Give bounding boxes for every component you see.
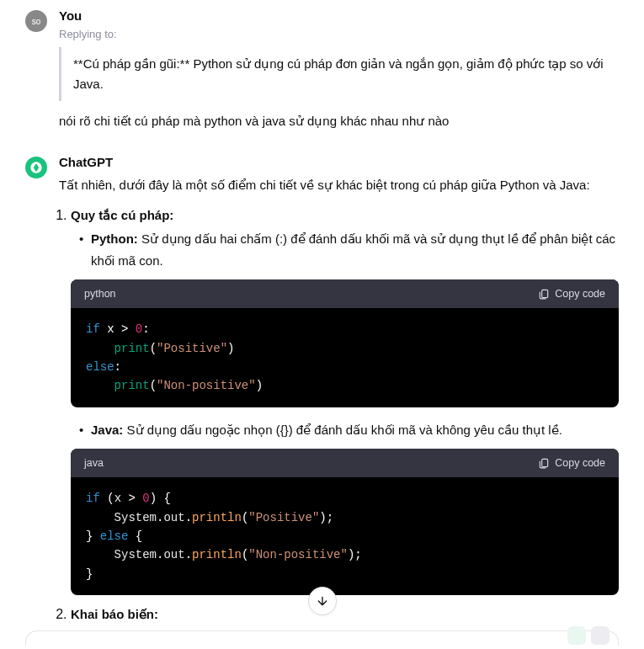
java-code[interactable]: if (x > 0) { System.out.println("Positiv… — [71, 477, 619, 595]
user-message: so You Replying to: **Cú pháp gần gũi:**… — [25, 8, 619, 131]
item1-java-bullet: Java: Sử dụng dấu ngoặc nhọn ({}) để đán… — [79, 419, 619, 441]
code-block-python: python Copy code if x > 0: print("Positi… — [71, 279, 619, 407]
code-block-java: java Copy code if (x > 0) { System.out.p… — [71, 449, 619, 595]
arrow-down-icon — [316, 594, 329, 608]
code-lang-label: java — [84, 457, 104, 469]
user-text: nói rõ chi tiết cú pháp mà python và jav… — [59, 111, 619, 131]
quoted-reply: **Cú pháp gần gũi:** Python sử dụng cú p… — [59, 47, 619, 101]
input-action-icon[interactable] — [567, 626, 586, 645]
numbered-list: Quy tắc cú pháp: Python: Sử dụng dấu hai… — [59, 208, 619, 649]
message-input[interactable] — [25, 630, 619, 646]
svg-rect-0 — [542, 290, 548, 298]
code-lang-label: python — [84, 288, 116, 300]
user-avatar: so — [25, 10, 47, 32]
assistant-avatar — [25, 157, 47, 178]
svg-rect-1 — [542, 460, 548, 467]
quoted-text: **Cú pháp gần gũi:** Python sử dụng cú p… — [73, 56, 604, 91]
item1-heading: Quy tắc cú pháp: — [71, 208, 173, 222]
python-label: Python: — [91, 231, 138, 246]
item2-heading: Khai báo biến: — [71, 607, 158, 621]
copy-label: Copy code — [555, 288, 605, 300]
python-desc: Sử dụng dấu hai chấm (:) để đánh dấu khố… — [91, 231, 615, 268]
clipboard-icon — [538, 457, 550, 469]
scroll-to-bottom-button[interactable] — [308, 587, 337, 615]
java-label: Java: — [91, 423, 123, 437]
avatar-initials: so — [32, 17, 41, 26]
copy-code-button[interactable]: Copy code — [538, 288, 605, 300]
send-button[interactable] — [591, 626, 609, 645]
assistant-intro: Tất nhiên, dưới đây là một số điểm chi t… — [59, 174, 619, 196]
java-desc: Sử dụng dấu ngoặc nhọn ({}) để đánh dấu … — [123, 423, 562, 437]
assistant-sender-label: ChatGPT — [59, 155, 619, 169]
user-sender-label: You — [59, 8, 619, 23]
copy-code-button[interactable]: Copy code — [538, 457, 605, 469]
list-item-1: Quy tắc cú pháp: Python: Sử dụng dấu hai… — [71, 208, 619, 595]
python-code[interactable]: if x > 0: print("Positive") else: print(… — [71, 308, 619, 407]
copy-label: Copy code — [555, 457, 605, 469]
replying-to-label: Replying to: — [59, 28, 619, 40]
item1-python-bullet: Python: Sử dụng dấu hai chấm (:) để đánh… — [79, 228, 619, 271]
clipboard-icon — [538, 288, 550, 300]
assistant-message: ChatGPT Tất nhiên, dưới đây là một số đi… — [25, 155, 619, 649]
openai-logo-icon — [29, 161, 43, 174]
